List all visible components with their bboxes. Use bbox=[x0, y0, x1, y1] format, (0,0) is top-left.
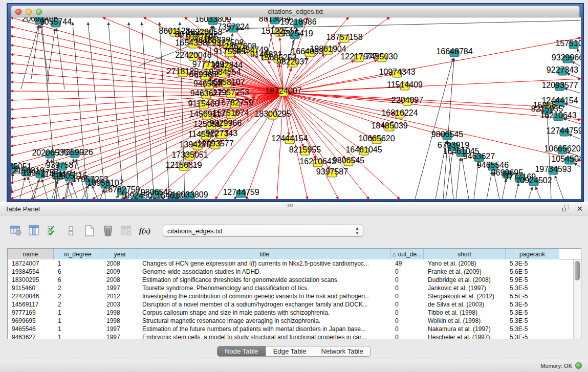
graph-node[interactable]: 16648784 bbox=[436, 47, 472, 57]
table-row[interactable]: 1830029562008Estimation of significance … bbox=[8, 276, 573, 284]
graph-node[interactable]: 18485039 bbox=[371, 121, 407, 131]
table-row[interactable]: 946554611997Estimation of the future num… bbox=[8, 325, 573, 333]
graph-node[interactable]: 9115460 bbox=[188, 99, 219, 109]
table-cell[interactable]: 0 bbox=[391, 284, 424, 292]
column-header-title[interactable]: title bbox=[138, 249, 391, 259]
table-cell[interactable]: 1998 bbox=[102, 309, 138, 317]
window-titlebar[interactable]: citations_edges.txt bbox=[11, 6, 580, 17]
graph-node[interactable]: 19218986 bbox=[280, 17, 316, 27]
table-cell[interactable]: 1 bbox=[54, 333, 102, 339]
table-row[interactable]: 977716911998Corpus callosum shape and si… bbox=[8, 309, 573, 317]
graph-node[interactable]: 15751074 bbox=[212, 108, 249, 118]
table-cell[interactable]: 5.3E-5 bbox=[506, 284, 559, 292]
graph-node[interactable]: 16033809 bbox=[171, 190, 208, 199]
graph-node[interactable]: 22420046 bbox=[175, 51, 211, 60]
table-cell[interactable]: 2 bbox=[54, 300, 102, 309]
table-select-dropdown[interactable]: citations_edges.txt ▲▼ bbox=[163, 225, 363, 237]
column-header-pagerank[interactable]: pagerank bbox=[506, 249, 559, 259]
network-canvas[interactable]: 8601128891295518226058912750516543382818… bbox=[11, 17, 581, 199]
table-cell[interactable]: 0 bbox=[391, 333, 424, 339]
split-pane-drag-handle[interactable] bbox=[288, 204, 293, 207]
graph-node[interactable]: 9806545 bbox=[333, 156, 364, 166]
citation-edge-black[interactable] bbox=[529, 187, 532, 199]
table-cell[interactable]: de Silva et al. (2003) bbox=[424, 300, 506, 309]
citation-edge-black[interactable] bbox=[31, 26, 39, 79]
table-cell[interactable]: 2008 bbox=[102, 259, 138, 268]
graph-node[interactable]: 9227343 bbox=[206, 129, 237, 139]
table-cell[interactable]: 5.3E-5 bbox=[506, 333, 559, 339]
table-cell[interactable]: 6 bbox=[54, 268, 102, 276]
citation-edge-black[interactable] bbox=[569, 135, 580, 139]
close-panel-icon[interactable]: ✕ bbox=[576, 205, 583, 212]
select-all-rows-button[interactable] bbox=[45, 223, 60, 238]
table-cell[interactable]: 2003 bbox=[102, 300, 138, 309]
table-cell[interactable]: 0 bbox=[391, 292, 424, 300]
citation-edge-black[interactable] bbox=[11, 173, 13, 199]
graph-node[interactable]: 19325419 bbox=[276, 29, 313, 39]
citation-edge-black[interactable] bbox=[129, 23, 139, 199]
graph-node[interactable]: 9822037 bbox=[277, 57, 309, 67]
citation-edge-black[interactable] bbox=[577, 49, 580, 53]
show-columns-button[interactable] bbox=[27, 223, 42, 238]
table-cell[interactable]: 1 bbox=[54, 325, 102, 333]
table-cell[interactable]: 1997 bbox=[102, 333, 138, 339]
table-cell[interactable]: Estimation of significance thresholds fo… bbox=[138, 276, 391, 284]
citation-edge-black[interactable] bbox=[108, 23, 123, 199]
citation-edge-black[interactable] bbox=[160, 23, 169, 199]
table-cell[interactable]: Investigating the contribution of common… bbox=[138, 292, 391, 300]
graph-node[interactable]: 10974343 bbox=[379, 68, 415, 77]
memory-status-indicator[interactable] bbox=[575, 362, 582, 369]
table-cell[interactable]: 18300295 bbox=[8, 276, 54, 284]
graph-node[interactable]: 12156819 bbox=[165, 161, 202, 170]
table-cell[interactable]: 2012 bbox=[102, 292, 138, 300]
table-cell[interactable]: 49 bbox=[391, 259, 424, 268]
graph-node[interactable]: 2204097 bbox=[391, 96, 423, 105]
table-cell[interactable]: 1 bbox=[54, 259, 102, 268]
float-panel-icon[interactable] bbox=[562, 205, 570, 212]
table-cell[interactable]: Disruption of a novel member of a sodium… bbox=[138, 300, 391, 309]
table-row[interactable]: 969969511998Structural magnetic resonanc… bbox=[8, 317, 573, 325]
column-header-indegree[interactable]: in_degree bbox=[54, 249, 102, 259]
graph-node[interactable]: 10924502 bbox=[515, 176, 552, 186]
scrollbar-thumb[interactable] bbox=[575, 261, 580, 280]
table-cell[interactable]: Wolkin et al. (1998) bbox=[424, 317, 506, 325]
citation-edge-black[interactable] bbox=[21, 26, 38, 89]
graph-node[interactable]: 19734593 bbox=[535, 165, 571, 174]
table-cell[interactable]: 2008 bbox=[102, 276, 138, 284]
graph-node[interactable]: 18300295 bbox=[254, 110, 291, 119]
table-cell[interactable]: Genome-wide association studies in ADHD. bbox=[138, 268, 391, 276]
graph-node[interactable]: 16816224 bbox=[381, 108, 418, 118]
function-builder-button[interactable]: f(x) bbox=[137, 223, 153, 238]
graph-node[interactable]: 7485030 bbox=[366, 52, 398, 62]
table-cell[interactable]: 2 bbox=[54, 284, 102, 292]
citation-edge-black[interactable] bbox=[47, 29, 55, 86]
table-cell[interactable]: 9699695 bbox=[8, 317, 54, 325]
table-cell[interactable]: Yano et al. (2008) bbox=[424, 259, 506, 268]
graph-node[interactable]: 10665620 bbox=[358, 134, 395, 144]
column-header-outde[interactable]: △out_de... bbox=[391, 249, 424, 259]
table-cell[interactable]: 0 bbox=[391, 317, 424, 325]
table-cell[interactable]: 6 bbox=[54, 276, 102, 284]
table-cell[interactable]: 5.6E-5 bbox=[506, 268, 559, 276]
network-view-window[interactable]: citations_edges.txt 86011288912955182260… bbox=[7, 3, 584, 202]
citation-edge-black[interactable] bbox=[456, 158, 461, 199]
graph-node[interactable]: 15751074 bbox=[555, 39, 581, 49]
table-cell[interactable]: 2 bbox=[54, 292, 102, 300]
graph-node[interactable]: 12744759 bbox=[223, 188, 259, 198]
table-cell[interactable]: Tibbo et al. (1998) bbox=[424, 309, 506, 317]
graph-node[interactable]: 7357224 bbox=[217, 23, 249, 32]
create-column-button[interactable] bbox=[82, 223, 97, 238]
graph-node[interactable]: 10545043 bbox=[551, 155, 581, 164]
graph-node[interactable]: 10665620 bbox=[544, 144, 580, 154]
graph-node[interactable]: 16782759 bbox=[216, 98, 253, 108]
graph-node[interactable]: 11514409 bbox=[387, 80, 423, 90]
graph-node[interactable]: 12744759 bbox=[546, 126, 581, 136]
citation-edge-black[interactable] bbox=[92, 186, 98, 199]
citation-edge-red[interactable] bbox=[11, 54, 284, 93]
graph-node[interactable]: 9806545 bbox=[431, 130, 463, 140]
table-cell[interactable]: 9465546 bbox=[8, 325, 54, 333]
table-cell[interactable]: Nakamura et al. (1997) bbox=[424, 325, 506, 333]
tab-edge-table[interactable]: Edge Table bbox=[266, 346, 314, 356]
table-cell[interactable]: Stergiakouli et al. (2012) bbox=[424, 292, 506, 300]
table-row[interactable]: 1938455462009Genome-wide association stu… bbox=[8, 268, 573, 276]
